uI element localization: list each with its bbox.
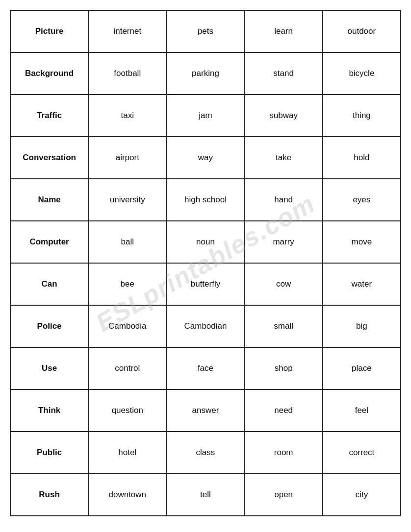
cell-r11-c3: open [245,474,323,516]
cell-r3-c2: way [166,137,244,179]
cell-r6-c2: butterfly [166,263,244,305]
table-row: Canbeebutterflycowwater [10,263,401,305]
cell-r7-c3: small [245,305,323,347]
cell-r5-c3: marry [245,221,323,263]
cell-r1-c2: parking [166,52,244,95]
cell-r0-c0: Picture [10,10,88,52]
cell-r3-c1: airport [88,137,166,179]
cell-r0-c4: outdoor [323,10,401,52]
cell-r11-c2: tell [166,474,244,516]
table-row: Rushdowntowntellopencity [10,474,401,516]
cell-r5-c2: noun [166,221,244,263]
cell-r2-c3: subway [245,95,323,137]
cell-r2-c4: thing [323,95,401,137]
cell-r1-c1: football [88,52,166,95]
table-row: Pictureinternetpetslearnoutdoor [10,10,401,52]
cell-r8-c3: shop [245,347,323,389]
table-row: Computerballnounmarrymove [10,221,401,263]
cell-r0-c1: internet [88,10,166,52]
cell-r1-c0: Background [10,52,88,95]
cell-r4-c0: Name [10,179,88,221]
cell-r5-c1: ball [88,221,166,263]
cell-r11-c1: downtown [88,474,166,516]
cell-r8-c1: control [88,347,166,389]
cell-r6-c4: water [323,263,401,305]
cell-r8-c2: face [166,347,244,389]
cell-r6-c1: bee [88,263,166,305]
cell-r10-c3: room [245,432,323,474]
table-row: Thinkquestionanswerneedfeel [10,389,401,432]
cell-r9-c4: feel [323,389,401,432]
cell-r6-c3: cow [245,263,323,305]
cell-r9-c1: question [88,389,166,432]
cell-r10-c0: Public [10,432,88,474]
cell-r10-c2: class [166,432,244,474]
table-row: Traffictaxijamsubwaything [10,95,401,137]
cell-r4-c4: eyes [323,179,401,221]
cell-r5-c4: move [323,221,401,263]
cell-r2-c1: taxi [88,95,166,137]
cell-r6-c0: Can [10,263,88,305]
cell-r4-c1: university [88,179,166,221]
page-wrapper: ESLprintables.com Pictureinternetpetslea… [10,10,401,516]
cell-r8-c0: Use [10,347,88,389]
cell-r10-c4: correct [323,432,401,474]
cell-r7-c4: big [323,305,401,347]
cell-r11-c4: city [323,474,401,516]
table-row: Backgroundfootballparkingstandbicycle [10,52,401,95]
cell-r9-c2: answer [166,389,244,432]
table-row: Conversationairportwaytakehold [10,137,401,179]
cell-r10-c1: hotel [88,432,166,474]
cell-r7-c2: Cambodian [166,305,244,347]
cell-r5-c0: Computer [10,221,88,263]
cell-r9-c0: Think [10,389,88,432]
cell-r2-c2: jam [166,95,244,137]
cell-r3-c0: Conversation [10,137,88,179]
cell-r3-c3: take [245,137,323,179]
table-row: Publichotelclassroomcorrect [10,432,401,474]
table-row: Nameuniversityhigh schoolhandeyes [10,179,401,221]
cell-r7-c0: Police [10,305,88,347]
word-table: PictureinternetpetslearnoutdoorBackgroun… [10,10,401,516]
cell-r1-c3: stand [245,52,323,95]
cell-r0-c2: pets [166,10,244,52]
cell-r0-c3: learn [245,10,323,52]
cell-r7-c1: Cambodia [88,305,166,347]
cell-r8-c4: place [323,347,401,389]
cell-r1-c4: bicycle [323,52,401,95]
table-row: Usecontrolfaceshopplace [10,347,401,389]
cell-r11-c0: Rush [10,474,88,516]
cell-r3-c4: hold [323,137,401,179]
table-row: PoliceCambodiaCambodiansmallbig [10,305,401,347]
cell-r9-c3: need [245,389,323,432]
cell-r4-c2: high school [166,179,244,221]
cell-r2-c0: Traffic [10,95,88,137]
cell-r4-c3: hand [245,179,323,221]
